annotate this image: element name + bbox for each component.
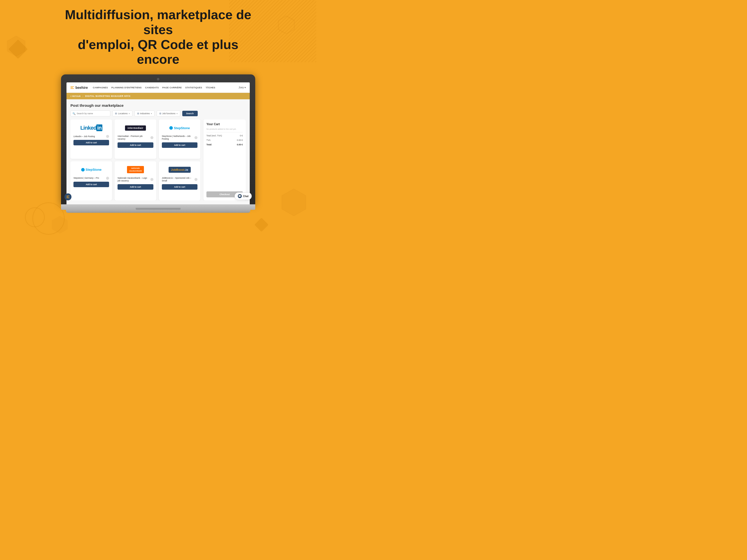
locations-filter-button[interactable]: ⊟ Locations ▾: [112, 110, 132, 116]
decor-diamond-bottomright: [255, 218, 269, 232]
breadcrumb-back-button[interactable]: RETOUR: [71, 94, 81, 98]
nav-planning[interactable]: PLANNING D'ENTRETIENS: [111, 86, 141, 89]
intermediair-info-dot[interactable]: [150, 136, 153, 139]
main-content: Post through our marketplace 🔍 ⊟ Locatio…: [67, 99, 250, 204]
nationale-add-to-cart-button[interactable]: Add to cart: [118, 184, 153, 190]
cart-total-excl-row: Total (excl. TVA): 0 €: [206, 134, 243, 137]
app-ui: beehire CAMPAGNES PLANNING D'ENTRETIENS …: [67, 82, 250, 204]
job-functions-label: Job functions: [162, 112, 176, 115]
stepstone-icon: [169, 126, 173, 130]
nationale-info-dot[interactable]: [150, 178, 153, 181]
nationale-logo-area: nationalevacaturebank: [118, 165, 153, 175]
breadcrumb-separator: |: [83, 95, 83, 97]
breadcrumb-title: DIGITAL MARKETING MANAGER H/F/X: [85, 95, 130, 97]
product-card-jobboost: JobBoost.io JobBoost.io – Sponsored Job …: [159, 161, 201, 201]
nav-logo: beehire: [71, 86, 88, 89]
cart-tva-value: 0.00 €: [237, 139, 243, 141]
search-button[interactable]: Search: [182, 111, 198, 116]
filter-icon-jobfunctions: ⊟: [159, 112, 161, 115]
stepstone-nl-add-to-cart-button[interactable]: Add to cart: [162, 142, 198, 148]
nav-links: CAMPAGNES PLANNING D'ENTRETIENS CANDIDAT…: [93, 86, 238, 89]
navbar: beehire CAMPAGNES PLANNING D'ENTRETIENS …: [67, 82, 250, 93]
jobboost-add-to-cart-button[interactable]: Add to cart: [162, 184, 198, 190]
product-card-intermediair: intermediair Intermediair - Premium job …: [114, 119, 156, 159]
jobboost-product-name: JobBoost.io – Sponsored Job – Small: [162, 177, 193, 182]
linkedin-info-dot[interactable]: [106, 135, 109, 138]
linkedin-add-to-cart-button[interactable]: Add to cart: [74, 140, 109, 145]
job-functions-filter-button[interactable]: ⊟ Job functions ▾: [157, 110, 180, 116]
product-card-stepstone-de: StepStone Stepstone | Germany – Pro Add …: [71, 161, 112, 201]
stepstone-de-logo-text: StepStone: [86, 168, 102, 171]
jobboost-info-dot[interactable]: [195, 178, 198, 181]
filter-bar: 🔍 ⊟ Locations ▾ ⊟ Industries: [71, 110, 246, 116]
cart-title: Your Cart: [206, 123, 243, 126]
stepstone-nl-info-dot[interactable]: [195, 136, 198, 139]
laptop-screen-inner: beehire CAMPAGNES PLANNING D'ENTRETIENS …: [67, 82, 250, 204]
chat-button[interactable]: 💬 Chat: [235, 192, 250, 200]
jobboost-logo-area: JobBoost.io: [162, 165, 198, 175]
stepstone-de-product-info: Stepstone | Germany – Pro: [74, 177, 109, 180]
nav-page-carriere[interactable]: PAGE CARRIÈRE: [162, 86, 182, 89]
svg-marker-3: [52, 216, 68, 234]
chevron-down-icon-3: ▾: [177, 112, 178, 115]
chat-label: Chat: [243, 195, 249, 197]
marketplace-title: Post through our marketplace: [71, 103, 246, 108]
filter-icon-locations: ⊟: [115, 112, 117, 115]
jobboost-logo: JobBoost.io: [169, 167, 191, 173]
laptop-screen-outer: beehire CAMPAGNES PLANNING D'ENTRETIENS …: [61, 74, 255, 204]
search-input[interactable]: [71, 110, 110, 116]
cart-tva-row: TVA: 0.00 €: [206, 139, 243, 141]
stepstone-de-product-name: Stepstone | Germany – Pro: [74, 177, 105, 180]
chevron-down-icon: ▾: [129, 112, 130, 115]
stepstone-de-logo: StepStone: [81, 168, 102, 171]
linkedin-logo: Linkedin: [80, 125, 102, 131]
cart-total-excl-value: 0 €: [240, 134, 243, 137]
stepstone-de-add-to-cart-button[interactable]: Add to cart: [74, 182, 109, 187]
beehire-logo-icon: [71, 86, 74, 89]
nationale-product-name: Nationale Vacaturebank – Logo job vacanc…: [118, 177, 149, 182]
linkedin-product-info: LinkedIn – Job Posting: [74, 135, 109, 138]
stepstone-nl-product-info: StepStone | Netherlands – Job Posting: [162, 135, 198, 140]
stepstone-nl-product-name: StepStone | Netherlands – Job Posting: [162, 135, 193, 140]
linkedin-logo-area: Linkedin: [74, 123, 109, 133]
cart-sidebar: Your Cart No products added to the cart …: [203, 119, 246, 201]
breadcrumb-bar: RETOUR | DIGITAL MARKETING MANAGER H/F/X: [67, 93, 250, 99]
cart-tva-label: TVA:: [206, 139, 211, 141]
filter-icon-industries: ⊟: [137, 112, 139, 115]
jobboost-product-info: JobBoost.io – Sponsored Job – Small: [162, 177, 198, 182]
chat-icon: 💬: [238, 194, 242, 198]
laptop-camera-bar: [67, 78, 250, 80]
laptop-foot: [66, 210, 250, 213]
locations-label: Locations: [118, 112, 128, 115]
laptop-wrapper: beehire CAMPAGNES PLANNING D'ENTRETIENS …: [0, 74, 316, 213]
nav-taches[interactable]: TÂCHES: [206, 86, 215, 89]
cart-total-row: Total: 0.00 €: [206, 143, 243, 146]
laptop-camera: [157, 78, 159, 80]
product-card-stepstone-nl: StepStone StepStone | Netherlands – Job …: [159, 119, 201, 159]
intermediair-add-to-cart-button[interactable]: Add to cart: [118, 142, 153, 148]
nationale-product-info: Nationale Vacaturebank – Logo job vacanc…: [118, 177, 153, 182]
product-card-nationale: nationalevacaturebank Nationale Vacature…: [114, 161, 156, 201]
cart-total-excl-label: Total (excl. TVA):: [206, 134, 222, 137]
nav-candidats[interactable]: CANDIDATS: [145, 86, 159, 89]
industries-filter-button[interactable]: ⊟ Industries ▾: [134, 110, 155, 116]
industries-label: Industries: [140, 112, 150, 115]
stepstone-nl-logo-area: StepStone: [162, 123, 198, 133]
stepstone-de-info-dot[interactable]: [106, 177, 109, 180]
intermediair-logo-area: intermediair: [118, 123, 153, 133]
nationale-logo: nationalevacaturebank: [127, 166, 144, 173]
stepstone-de-icon: [81, 168, 85, 171]
stepstone-de-logo-area: StepStone: [74, 165, 109, 175]
nav-user-menu[interactable]: Joey ▾: [238, 86, 246, 89]
nav-statistiques[interactable]: STATISTIQUES: [185, 86, 202, 89]
stepstone-nl-logo-text: StepStone: [174, 126, 190, 130]
product-card-linkedin: Linkedin LinkedIn – Job Posting Add to c…: [71, 119, 112, 159]
content-area: Linkedin LinkedIn – Job Posting Add to c…: [71, 119, 246, 201]
main-heading-block: Multidiffusion, marketplace de sites d'e…: [0, 0, 316, 72]
stepstone-nl-logo: StepStone: [169, 126, 190, 130]
chevron-down-icon-2: ▾: [151, 112, 152, 115]
linkedin-product-name: LinkedIn – Job Posting: [74, 135, 105, 138]
nav-campagnes[interactable]: CAMPAGNES: [93, 86, 108, 89]
products-grid: Linkedin LinkedIn – Job Posting Add to c…: [71, 119, 201, 201]
nav-logo-text: beehire: [75, 86, 88, 89]
